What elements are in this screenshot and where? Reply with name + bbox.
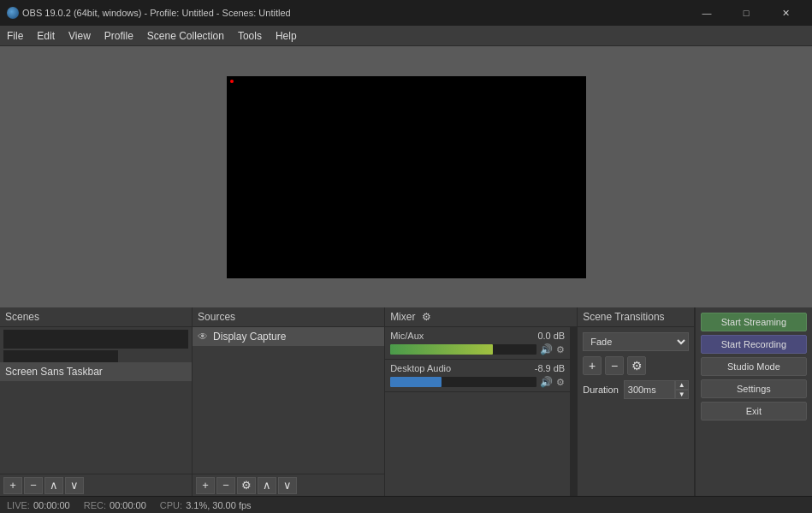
volume-fill-mic: [390, 344, 493, 355]
live-value: 00:00:00: [33, 500, 70, 510]
transitions-panel: Scene Transitions Fade + − ⚙ Duration: [578, 307, 695, 496]
cpu-value: 3.1%, 30.00 fps: [186, 500, 251, 510]
preview-container: [0, 46, 812, 307]
mixer-settings-icon[interactable]: ⚙: [422, 311, 431, 323]
mixer-header: Mixer ⚙: [385, 307, 577, 327]
panels-row: Scenes Screen Sans Taskbar + − ∧ ∨ Sourc…: [0, 307, 812, 496]
mixer-title: Mixer: [390, 311, 415, 323]
minimize-button[interactable]: —: [687, 0, 726, 26]
scenes-header: Scenes: [0, 307, 192, 327]
transition-remove-button[interactable]: −: [605, 356, 624, 375]
scenes-title: Scenes: [5, 311, 39, 323]
transitions-header: Scene Transitions: [578, 307, 694, 327]
mute-icon-mic[interactable]: 🔊: [540, 343, 553, 355]
start-streaming-button[interactable]: Start Streaming: [701, 313, 807, 331]
scene-item-screen-sans-taskbar[interactable]: Screen Sans Taskbar: [0, 362, 192, 381]
sources-title: Sources: [198, 311, 235, 323]
duration-row: Duration ▲ ▼: [583, 380, 689, 399]
mixer-content: Mic/Aux 0.0 dB 🔊 ⚙: [385, 327, 577, 496]
scenes-panel: Scenes Screen Sans Taskbar + − ∧ ∨: [0, 307, 193, 496]
volume-fill-desktop: [390, 377, 442, 387]
bottom-panel: Scenes Screen Sans Taskbar + − ∧ ∨ Sourc…: [0, 307, 812, 496]
menu-scene-collection[interactable]: Scene Collection: [140, 26, 231, 45]
mixer-channels: Mic/Aux 0.0 dB 🔊 ⚙: [385, 327, 570, 496]
menu-view[interactable]: View: [62, 26, 98, 45]
live-label: LIVE:: [7, 500, 30, 510]
scenes-down-button[interactable]: ∨: [65, 477, 84, 494]
volume-bar-mic: 🔊 ⚙: [390, 343, 565, 355]
mixer-channel-header-desktop: Desktop Audio -8.9 dB: [390, 363, 565, 373]
mixer-scrollbar[interactable]: [570, 327, 577, 496]
channel-settings-icon-desktop[interactable]: ⚙: [556, 377, 565, 388]
duration-up-button[interactable]: ▲: [675, 380, 689, 390]
mixer-channel-name-mic: Mic/Aux: [390, 331, 424, 341]
mute-icon-desktop[interactable]: 🔊: [540, 376, 553, 388]
duration-spinner: ▲ ▼: [675, 380, 689, 399]
statusbar: LIVE: 00:00:00 REC: 00:00:00 CPU: 3.1%, …: [0, 496, 812, 513]
preview-indicator: [230, 80, 234, 83]
rec-label: REC:: [84, 500, 106, 510]
scenes-up-button[interactable]: ∧: [44, 477, 63, 494]
settings-button[interactable]: Settings: [701, 379, 807, 398]
mixer-channel-name-desktop: Desktop Audio: [390, 363, 451, 373]
mixer-panel: Mixer ⚙ Mic/Aux 0.0 dB: [385, 307, 578, 496]
sources-settings-button[interactable]: ⚙: [237, 477, 256, 494]
sources-add-button[interactable]: +: [196, 477, 215, 494]
studio-mode-button[interactable]: Studio Mode: [701, 357, 807, 376]
duration-down-button[interactable]: ▼: [675, 390, 689, 399]
duration-field: ▲ ▼: [624, 380, 689, 399]
source-item-display-capture[interactable]: 👁 Display Capture: [193, 327, 384, 346]
sources-down-button[interactable]: ∨: [278, 477, 297, 494]
rec-value: 00:00:00: [110, 500, 146, 510]
menu-profile[interactable]: Profile: [98, 26, 140, 45]
menubar: File Edit View Profile Scene Collection …: [0, 26, 812, 46]
titlebar: OBS 19.0.2 (64bit, windows) - Profile: U…: [0, 0, 812, 26]
sources-up-button[interactable]: ∧: [258, 477, 276, 494]
transition-add-button[interactable]: +: [583, 356, 602, 375]
sources-header: Sources: [193, 307, 384, 327]
source-item-label: Display Capture: [213, 331, 286, 343]
transitions-title: Scene Transitions: [583, 311, 664, 323]
channel-settings-icon-mic[interactable]: ⚙: [556, 344, 565, 355]
transition-controls: Fade + − ⚙ Duration ▲ ▼: [578, 327, 694, 404]
mixer-channel-header-mic: Mic/Aux 0.0 dB: [390, 331, 565, 341]
menu-help[interactable]: Help: [269, 26, 304, 45]
window-controls: — □ ✕: [687, 0, 805, 26]
status-cpu: CPU: 3.1%, 30.00 fps: [160, 500, 252, 510]
menu-tools[interactable]: Tools: [231, 26, 269, 45]
mixer-channel-db-mic: 0.0 dB: [537, 331, 565, 341]
window-title: OBS 19.0.2 (64bit, windows) - Profile: U…: [22, 8, 687, 18]
scenes-remove-button[interactable]: −: [24, 477, 43, 494]
scenes-list: Screen Sans Taskbar: [0, 327, 192, 474]
duration-label: Duration: [583, 385, 619, 395]
menu-edit[interactable]: Edit: [30, 26, 62, 45]
menu-file[interactable]: File: [0, 26, 30, 45]
mixer-channel-desktop: Desktop Audio -8.9 dB 🔊 ⚙: [385, 360, 570, 392]
cpu-label: CPU:: [160, 500, 182, 510]
scene-item[interactable]: [3, 350, 118, 362]
status-rec: REC: 00:00:00: [84, 500, 146, 510]
transition-add-controls: + − ⚙: [583, 356, 689, 375]
maximize-button[interactable]: □: [726, 0, 766, 26]
mixer-channel-db-desktop: -8.9 dB: [535, 363, 565, 373]
exit-button[interactable]: Exit: [701, 402, 807, 421]
right-buttons: Start Streaming Start Recording Studio M…: [695, 307, 812, 496]
duration-input[interactable]: [624, 380, 675, 399]
sources-panel: Sources 👁 Display Capture + − ⚙ ∧ ∨: [193, 307, 385, 496]
transition-type-select[interactable]: Fade: [583, 332, 689, 351]
scenes-add-button[interactable]: +: [3, 477, 22, 494]
transition-settings-button[interactable]: ⚙: [627, 356, 646, 375]
volume-track-mic[interactable]: [390, 344, 536, 355]
volume-track-desktop[interactable]: [390, 377, 536, 387]
transition-select-row: Fade: [583, 332, 689, 351]
preview-canvas: [227, 76, 586, 278]
visibility-icon: 👁: [198, 331, 208, 343]
close-button[interactable]: ✕: [766, 0, 805, 26]
sources-toolbar: + − ⚙ ∧ ∨: [193, 474, 384, 496]
sources-remove-button[interactable]: −: [216, 477, 235, 494]
start-recording-button[interactable]: Start Recording: [701, 335, 807, 354]
volume-bar-desktop: 🔊 ⚙: [390, 376, 565, 388]
scene-item[interactable]: [3, 330, 188, 349]
app-logo: [7, 7, 19, 19]
sources-list: 👁 Display Capture: [193, 327, 384, 474]
